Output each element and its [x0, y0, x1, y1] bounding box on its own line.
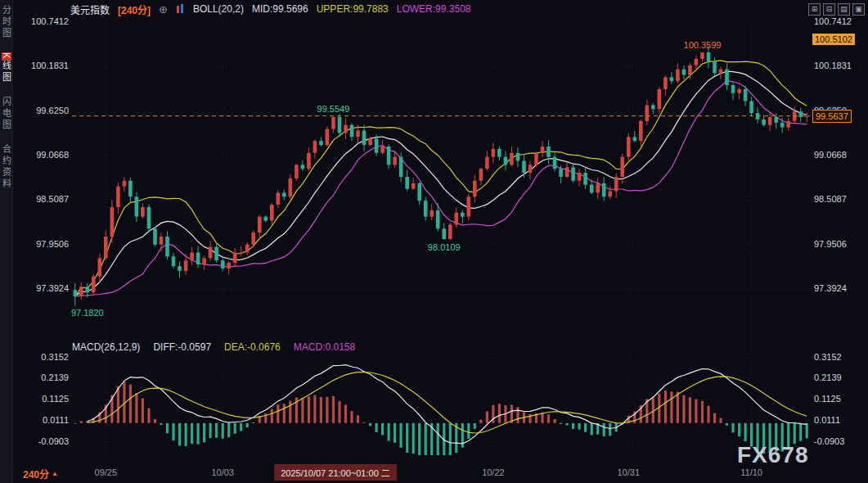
period-label[interactable]: [240分]	[118, 2, 151, 16]
macd-indicator-header: MACD(26,12,9) DIFF:-0.0597 DEA:-0.0676 M…	[72, 341, 355, 353]
chart-type-sidebar: 分时图 K线图 闪电图 合约资料	[0, 0, 13, 483]
gridlines	[72, 20, 810, 457]
trading-chart-window: 美元指数 [240分] ⊕ BOLL(20,2) MID:99.5696 UPP…	[0, 0, 868, 483]
brand-watermark: FX678	[737, 442, 809, 468]
boll-mid-value: MID:99.5696	[252, 3, 308, 15]
time-axis-label: 10/03	[211, 467, 234, 477]
price-annotation: 99.5549	[317, 104, 350, 114]
chart-header: 美元指数 [240分] ⊕ BOLL(20,2) MID:99.5696 UPP…	[70, 0, 470, 18]
selected-time-range: 2025/10/07 21:00~01:00 二	[274, 464, 397, 481]
time-axis-label: 10/31	[617, 467, 640, 477]
macd-dea-value: DEA:-0.0676	[224, 341, 281, 353]
sidebar-item-time-chart[interactable]: 分时图	[0, 5, 13, 39]
price-tick-label: 97.9506	[25, 239, 69, 249]
arrow-up-icon: ▲	[52, 470, 58, 477]
macd-tick-label: 0.0111	[25, 415, 69, 425]
macd-tick-label: 0.3152	[814, 352, 842, 362]
window-layout-icons: ⊞ ⊟ ▤ ▣	[808, 3, 865, 16]
price-tick-label: 99.0668	[814, 150, 847, 160]
price-annotation: 98.0109	[428, 242, 461, 252]
period-high-marker: 100.5102	[812, 34, 855, 45]
price-tick-label: 98.5087	[814, 194, 847, 204]
k-line-window-icon[interactable]: ⊞	[808, 3, 821, 16]
period-selector[interactable]: 240分 ▲	[23, 467, 58, 481]
candlestick-icon	[176, 4, 185, 15]
macd-tick-label: 0.1125	[25, 394, 69, 404]
price-tick-label: 97.9506	[814, 239, 847, 249]
time-axis-label: 10/22	[482, 467, 505, 477]
macd-hist-value: MACD:0.0158	[294, 341, 355, 353]
time-axis-label: 11/10	[740, 467, 762, 477]
price-tick-label: 100.7412	[25, 16, 69, 26]
list-window-icon[interactable]: ▤	[838, 3, 850, 16]
price-tick-label: 97.3924	[814, 283, 847, 293]
macd-tick-label: 0.2139	[814, 372, 842, 382]
candles-layer	[74, 46, 809, 305]
symbol-name: 美元指数	[70, 2, 110, 16]
period-selector-label: 240分	[23, 467, 49, 481]
macd-tick-label: -0.0903	[25, 436, 69, 446]
current-price-box: 99.5637	[812, 110, 852, 123]
split-window-icon[interactable]: ⊟	[823, 3, 835, 16]
boll-lower-value: LOWER:99.3508	[397, 3, 471, 15]
macd-histogram	[74, 381, 808, 455]
macd-tick-label: 0.2139	[25, 372, 69, 382]
zoom-in-icon[interactable]: ⊕	[159, 3, 168, 16]
price-tick-label: 100.7412	[814, 16, 852, 26]
time-axis-label: 09/25	[95, 467, 118, 477]
sidebar-item-lightning-chart[interactable]: 闪电图	[0, 97, 13, 131]
price-tick-label: 100.1831	[25, 61, 69, 70]
price-tick-label: 99.0668	[25, 150, 69, 160]
macd-tick-label: 0.3152	[25, 352, 69, 362]
price-tick-label: 99.6250	[25, 106, 69, 115]
price-tick-label: 97.3924	[25, 283, 69, 293]
popup-window-icon[interactable]: ▣	[852, 3, 865, 16]
macd-tick-label: -0.0903	[814, 436, 844, 446]
sidebar-item-kline-chart[interactable]: K线图	[0, 52, 13, 84]
price-annotation: 97.1820	[71, 308, 104, 318]
sidebar-item-contract-info[interactable]: 合约资料	[0, 144, 13, 190]
price-tick-label: 100.1831	[814, 61, 852, 70]
macd-lines	[88, 365, 807, 444]
boll-upper-value: UPPER:99.7883	[317, 3, 389, 15]
macd-diff-value: DIFF:-0.0597	[153, 341, 211, 353]
boll-indicator-label[interactable]: BOLL(20,2)	[193, 3, 244, 15]
macd-tick-label: 0.0111	[814, 415, 840, 425]
macd-label[interactable]: MACD(26,12,9)	[72, 341, 140, 353]
macd-tick-label: 0.1125	[814, 394, 841, 404]
price-annotation: 100.3599	[684, 40, 722, 50]
price-tick-label: 98.5087	[25, 194, 69, 204]
